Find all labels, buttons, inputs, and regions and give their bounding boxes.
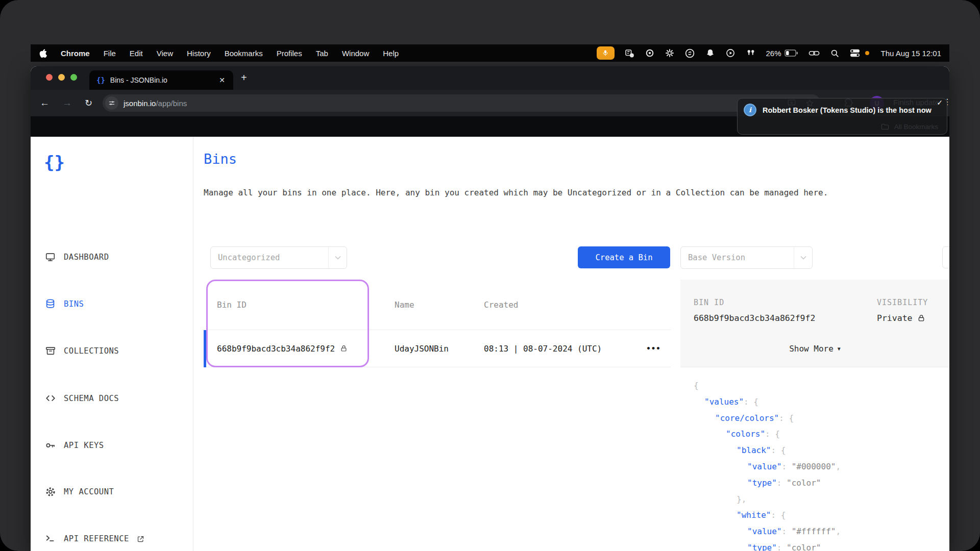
- site-settings-icon[interactable]: [105, 96, 118, 110]
- copy-json-button[interactable]: [942, 246, 949, 268]
- menu-clock[interactable]: Thu Aug 15 12:01: [881, 49, 941, 58]
- menu-tab[interactable]: Tab: [316, 49, 328, 58]
- tab-strip: {} Bins - JSONBin.io ✕ +: [31, 66, 949, 90]
- lock-icon: [917, 314, 925, 322]
- battery-icon: [785, 49, 798, 57]
- url-host: jsonbin.io: [124, 99, 156, 108]
- back-button[interactable]: ←: [40, 97, 50, 109]
- selected-row-indicator: [204, 330, 206, 367]
- menu-profiles[interactable]: Profiles: [277, 49, 302, 58]
- page-title: Bins: [204, 151, 237, 167]
- sidebar-item-schema-docs[interactable]: SCHEMA DOCS: [45, 392, 119, 405]
- archive-box-icon: [45, 345, 56, 357]
- battery-status[interactable]: 26%: [766, 49, 798, 58]
- window-controls: [46, 74, 77, 81]
- tab-close-icon[interactable]: ✕: [217, 75, 227, 85]
- notification-alert-icon[interactable]: !: [624, 48, 635, 59]
- show-more-button[interactable]: Show More▼: [680, 344, 949, 354]
- tab-favicon: {}: [96, 76, 105, 84]
- play-circle-icon[interactable]: [725, 48, 736, 58]
- database-icon: [45, 298, 56, 310]
- notification-text: Robbert Bosker (Tokens Studio) is the ho…: [763, 106, 932, 114]
- monitor-icon: [45, 252, 56, 263]
- minimize-window-button[interactable]: [58, 74, 65, 81]
- terminal-icon: [45, 533, 56, 544]
- table-header: Bin ID Name Created: [206, 280, 671, 330]
- column-created: Created: [473, 300, 636, 310]
- menu-bookmarks[interactable]: Bookmarks: [225, 49, 263, 58]
- visibility-label: VISIBILITY: [877, 298, 928, 307]
- reload-button[interactable]: ↻: [85, 97, 92, 109]
- external-link-icon: [137, 535, 144, 543]
- sidebar-item-api-reference[interactable]: API REFERENCE: [45, 532, 144, 545]
- menu-view[interactable]: View: [157, 49, 173, 58]
- sidebar-item-api-keys[interactable]: API KEYS: [45, 439, 104, 452]
- sidebar-item-my-account[interactable]: MY ACCOUNT: [45, 485, 114, 498]
- key-icon: [45, 440, 56, 451]
- bin-detail-header: BIN ID 668b9f9bacd3cb34a862f9f2 VISIBILI…: [680, 280, 949, 367]
- address-bar[interactable]: jsonbin.io/app/bins: [103, 94, 821, 112]
- desktop: Chrome File Edit View History Bookmarks …: [0, 0, 980, 551]
- menu-help[interactable]: Help: [383, 49, 399, 58]
- chevron-down-icon: [794, 247, 812, 268]
- check-icon[interactable]: ✓: [937, 98, 943, 107]
- control-center-icon[interactable]: [849, 48, 861, 58]
- jsonbin-logo[interactable]: {}: [44, 152, 65, 172]
- close-window-button[interactable]: [46, 74, 53, 81]
- host-notification: i Robbert Bosker (Tokens Studio) is the …: [737, 98, 947, 135]
- tab-title: Bins - JSONBin.io: [110, 76, 217, 84]
- forward-button[interactable]: →: [62, 97, 72, 109]
- caret-down-icon: ▼: [838, 346, 841, 352]
- browser-toolbar: ← → ↻ jsonbin.io/app/bins: [31, 90, 949, 116]
- macos-menu-bar: Chrome File Edit View History Bookmarks …: [31, 44, 949, 62]
- table-row[interactable]: 668b9f9bacd3cb34a862f9f2 UdayJSONBin 08:…: [206, 330, 671, 367]
- menu-edit[interactable]: Edit: [130, 49, 143, 58]
- shazam-icon[interactable]: [684, 48, 695, 59]
- svg-text:!: !: [631, 53, 632, 57]
- column-bin-id: Bin ID: [206, 300, 384, 310]
- page-description: Manage all your bins in one place. Here,…: [204, 188, 828, 197]
- category-filter-select[interactable]: Uncategorized: [210, 246, 347, 269]
- menu-window[interactable]: Window: [342, 49, 369, 58]
- new-tab-button[interactable]: +: [241, 72, 247, 83]
- chevron-down-icon: [328, 247, 347, 268]
- bin-name-value: UdayJSONBin: [384, 344, 473, 354]
- battery-percent: 26%: [766, 49, 781, 58]
- ghost-icon[interactable]: [705, 48, 716, 59]
- page-content: {} DASHBOARD BINS COLLECTIONS SCHEMA DOC…: [31, 137, 949, 551]
- microphone-status-icon[interactable]: [597, 46, 615, 60]
- sidebar-item-collections[interactable]: COLLECTIONS: [45, 344, 119, 358]
- bin-id-value: 668b9f9bacd3cb34a862f9f2: [217, 344, 335, 354]
- menu-file[interactable]: File: [104, 49, 116, 58]
- lock-icon: [340, 344, 348, 353]
- status-dot: [865, 51, 869, 55]
- link-icon[interactable]: [808, 48, 820, 58]
- browser-tab[interactable]: {} Bins - JSONBin.io ✕: [89, 70, 233, 90]
- sidebar-item-dashboard[interactable]: DASHBOARD: [45, 251, 109, 264]
- json-code: {"values": {"core/colors": {"colors": {"…: [680, 367, 949, 551]
- airpods-icon[interactable]: [745, 48, 756, 58]
- zoom-window-button[interactable]: [70, 74, 77, 81]
- sparkle-icon[interactable]: [665, 48, 675, 58]
- bins-table: Bin ID Name Created 668b9f9bacd3cb34a862…: [206, 280, 671, 367]
- bin-id-detail: 668b9f9bacd3cb34a862f9f2: [694, 313, 815, 323]
- apple-menu-icon[interactable]: [39, 48, 47, 58]
- menu-status-area: ! 26%: [597, 46, 941, 60]
- menu-left: Chrome File Edit View History Bookmarks …: [39, 48, 399, 58]
- version-filter-select[interactable]: Base Version: [680, 246, 813, 269]
- record-icon[interactable]: [645, 48, 655, 58]
- sidebar-item-bins[interactable]: BINS: [45, 297, 84, 311]
- row-actions-menu[interactable]: •••: [636, 344, 671, 353]
- menu-history[interactable]: History: [187, 49, 211, 58]
- bin-created-value: 08:13 | 08-07-2024 (UTC): [473, 344, 636, 354]
- search-icon[interactable]: [830, 48, 840, 58]
- menu-app-name[interactable]: Chrome: [61, 49, 90, 58]
- browser-window: {} Bins - JSONBin.io ✕ + ← → ↻ jsonbin.i…: [31, 66, 949, 551]
- column-name: Name: [384, 300, 473, 310]
- info-icon: i: [744, 104, 756, 116]
- visibility-value: Private: [877, 313, 925, 323]
- gear-icon: [45, 486, 56, 497]
- create-bin-button[interactable]: Create a Bin: [578, 246, 670, 268]
- code-icon: [45, 393, 56, 404]
- bin-detail-panel: BIN ID 668b9f9bacd3cb34a862f9f2 VISIBILI…: [680, 280, 949, 551]
